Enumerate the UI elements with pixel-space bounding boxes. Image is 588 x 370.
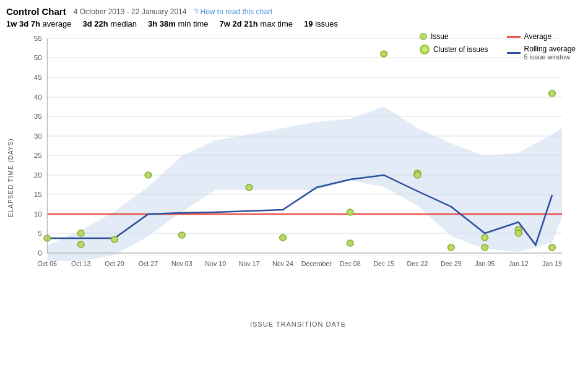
svg-text:Jan 12: Jan 12 [509, 260, 529, 267]
issue-dot[interactable] [347, 240, 353, 246]
legend-rolling: Rolling average 5 issue window [507, 45, 576, 61]
svg-text:Oct 13: Oct 13 [71, 260, 91, 267]
legend-average-label: Average [524, 32, 551, 41]
y-axis-label: ELAPSED TIME (DAYS) [6, 32, 14, 335]
svg-text:Nov 24: Nov 24 [272, 260, 293, 267]
issue-dot[interactable] [280, 234, 287, 241]
svg-text:Nov 17: Nov 17 [239, 260, 260, 267]
max-label: max time [260, 19, 293, 28]
issue-dot[interactable] [179, 232, 186, 238]
chart-svg: 55 50 45 40 35 30 25 20 15 10 5 0 Oct 06… [14, 32, 582, 317]
svg-text:December: December [301, 260, 332, 267]
legend-cluster-label: Cluster of issues [433, 45, 488, 54]
issue-dot[interactable] [482, 234, 488, 241]
issue-dot[interactable] [347, 209, 353, 215]
min-label: min time [178, 19, 208, 28]
legend-rolling-sub: 5 issue window [524, 53, 576, 61]
svg-text:55: 55 [34, 35, 42, 42]
x-axis-label: ISSUE TRANSITION DATE [14, 321, 582, 328]
legend-issue: Issue [420, 32, 488, 41]
issue-dot[interactable] [77, 241, 84, 247]
max-value: 7w 2d 21h [220, 19, 258, 28]
help-link[interactable]: ? How to read this chart [194, 7, 272, 16]
svg-text:Dec 08: Dec 08 [340, 260, 361, 267]
svg-text:Nov 03: Nov 03 [171, 260, 192, 267]
issue-dot[interactable] [111, 236, 118, 243]
issue-dot[interactable] [515, 230, 522, 236]
issue-dot[interactable] [448, 244, 455, 251]
svg-text:50: 50 [34, 54, 42, 61]
svg-text:45: 45 [34, 74, 42, 81]
average-value: 1w 3d 7h [6, 19, 40, 28]
issue-dot[interactable] [246, 184, 253, 191]
average-label: average [43, 19, 72, 28]
svg-text:30: 30 [34, 132, 42, 140]
svg-text:Oct 20: Oct 20 [105, 260, 124, 267]
svg-text:Jan 05: Jan 05 [475, 260, 495, 267]
issue-dot[interactable] [77, 230, 84, 236]
svg-text:15: 15 [34, 191, 42, 198]
issues-count: 19 [304, 19, 313, 28]
legend-rolling-label: Rolling average [524, 45, 576, 53]
issue-dot[interactable] [549, 244, 556, 251]
svg-text:Dec 15: Dec 15 [373, 260, 394, 267]
svg-text:25: 25 [34, 152, 42, 159]
svg-text:Oct 06: Oct 06 [38, 260, 58, 267]
issue-dot[interactable] [482, 244, 488, 251]
legend-cluster: Cluster of issues [420, 45, 488, 54]
min-value: 3h 38m [148, 19, 176, 28]
svg-text:5: 5 [38, 230, 42, 237]
issues-label: issues [315, 19, 338, 28]
date-range: 4 October 2013 - 22 January 2014 [74, 7, 187, 16]
svg-text:Jan 19: Jan 19 [542, 260, 562, 267]
svg-text:Dec 29: Dec 29 [441, 260, 462, 267]
median-label: median [110, 19, 137, 28]
svg-text:0: 0 [38, 249, 42, 257]
svg-text:10: 10 [34, 210, 42, 218]
legend-average: Average [507, 32, 576, 41]
svg-text:Oct 27: Oct 27 [139, 260, 158, 267]
issue-dot[interactable] [145, 172, 152, 178]
svg-text:20: 20 [34, 171, 42, 179]
issue-dot[interactable] [549, 90, 556, 97]
svg-text:Nov 10: Nov 10 [205, 260, 226, 267]
svg-text:Dec 22: Dec 22 [407, 260, 428, 267]
issue-dot[interactable] [381, 51, 387, 57]
legend-issue-label: Issue [431, 32, 449, 41]
median-value: 3d 22h [83, 19, 108, 28]
svg-text:35: 35 [34, 113, 42, 120]
issue-dot[interactable] [414, 172, 421, 178]
chart-title: Control Chart [6, 6, 66, 17]
svg-text:40: 40 [34, 93, 42, 101]
